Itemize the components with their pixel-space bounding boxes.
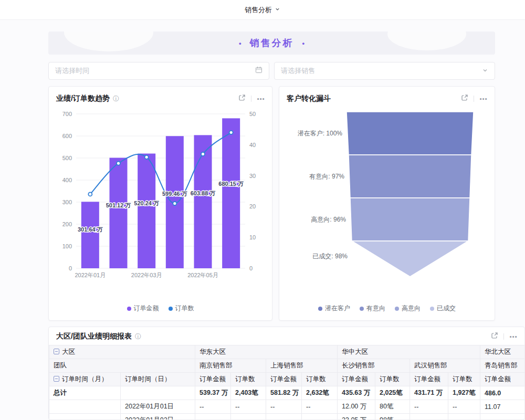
line-point[interactable]	[145, 155, 149, 159]
more-icon[interactable]: ⋯	[257, 95, 265, 103]
legend-item[interactable]: 有意向	[360, 304, 385, 313]
table-cell: 1,927笔	[448, 386, 480, 400]
table-cell: --	[231, 414, 266, 420]
svg-text:已成交: 98%: 已成交: 98%	[312, 253, 348, 260]
funnel-segment[interactable]	[352, 241, 468, 277]
table-header-cell: 订单金额	[266, 373, 302, 386]
divider	[474, 96, 474, 102]
table-cell: --	[302, 414, 338, 420]
table-header-cell: 团队	[49, 359, 195, 373]
svg-text:520.24 万: 520.24 万	[134, 200, 159, 206]
table-cell: --	[410, 414, 448, 420]
table-cell: --	[448, 400, 480, 414]
export-icon[interactable]	[461, 94, 468, 103]
time-filter-select[interactable]: 请选择时间	[48, 62, 269, 80]
trend-chart-svg[interactable]: 0100200300400500600700010203040502022年01…	[56, 107, 266, 291]
collapse-icon[interactable]	[54, 349, 59, 354]
table-row: 2022年01月02日--------23.05 万98笔----	[49, 414, 525, 420]
table-cell: 581.82 万	[266, 386, 302, 400]
sales-filter-placeholder: 请选择销售	[281, 66, 315, 76]
trend-card-title: 业绩/订单数趋势	[56, 94, 110, 103]
funnel-segment[interactable]	[350, 198, 470, 241]
banner-title: 销售分析	[250, 37, 294, 49]
table-cell: --	[195, 400, 231, 414]
svg-text:100: 100	[62, 243, 72, 249]
table-cell: 2,632笔	[302, 386, 338, 400]
table-header-cell: 华东大区	[195, 345, 338, 359]
order-amount-bar[interactable]	[110, 158, 128, 268]
table-header-cell: 订单金额	[480, 373, 525, 386]
dashboard-page: • 销售分析 • 请选择时间 请选择销售 业绩/订	[0, 20, 525, 420]
legend-item[interactable]: 订单金额	[127, 304, 159, 313]
order-amount-bar[interactable]	[81, 202, 99, 268]
table-cell: 98笔	[375, 414, 410, 420]
page-title[interactable]: 销售分析	[245, 5, 272, 15]
topbar: 销售分析	[0, 0, 525, 20]
banner-dot: •	[302, 39, 305, 47]
table-header-cell: 武汉销售部	[410, 359, 480, 373]
sales-filter-select[interactable]: 请选择销售	[274, 62, 495, 80]
funnel-segment[interactable]	[346, 112, 474, 155]
table-cell: 486.0	[480, 386, 525, 400]
legend-dot	[127, 307, 131, 311]
table-cell	[121, 386, 195, 400]
table-cell: 80笔	[375, 400, 410, 414]
more-icon[interactable]: ⋯	[509, 333, 517, 341]
table-header-cell: 订单时间（月）	[49, 373, 121, 386]
funnel-card: 客户转化漏斗 ⋯ 潜在客户: 100%有意向: 97%高意向: 96%已成交: …	[279, 86, 495, 321]
more-icon[interactable]: ⋯	[479, 95, 487, 103]
svg-text:501.12 万: 501.12 万	[106, 202, 131, 208]
svg-text:潜在客户: 100%: 潜在客户: 100%	[298, 130, 343, 137]
legend-item[interactable]: 已成交	[430, 304, 456, 313]
report-card: 大区/团队业绩明细报表 ⓘ ⋯ 大区华东大区华中大区华北大区团队南京销售部上海销…	[48, 327, 525, 420]
order-amount-bar[interactable]	[222, 118, 240, 268]
table-cell: --	[410, 400, 448, 414]
svg-text:0: 0	[249, 265, 253, 271]
table-cell: 12.00 万	[338, 400, 375, 414]
svg-text:30: 30	[249, 173, 256, 179]
svg-text:50: 50	[249, 111, 256, 117]
svg-text:600: 600	[62, 133, 72, 139]
export-icon[interactable]	[238, 94, 246, 103]
table-header-cell: 上海销售部	[266, 359, 338, 373]
table-header-cell: 订单金额	[410, 373, 448, 386]
table-cell: --	[195, 414, 231, 420]
funnel-segment[interactable]	[349, 155, 471, 198]
chevron-down-icon	[482, 66, 488, 76]
table-cell: 539.37 万	[195, 386, 231, 400]
report-card-title: 大区/团队业绩明细报表	[56, 332, 132, 341]
svg-text:0: 0	[69, 265, 72, 271]
line-point[interactable]	[88, 192, 92, 196]
legend-item[interactable]: 高意向	[395, 304, 421, 313]
legend-item[interactable]: 潜在客户	[318, 304, 350, 313]
svg-text:300: 300	[62, 199, 72, 205]
legend-dot	[395, 307, 399, 311]
legend-item[interactable]: 订单数	[169, 304, 194, 313]
table-cell: 23.05 万	[338, 414, 375, 420]
info-icon[interactable]: ⓘ	[113, 94, 119, 103]
table-row: 2022年01月01日--------12.00 万80笔----11.07	[49, 400, 525, 414]
legend-label: 潜在客户	[325, 304, 350, 313]
order-amount-bar[interactable]	[138, 153, 155, 268]
line-point[interactable]	[229, 131, 233, 134]
table-header-cell: 订单数	[375, 373, 410, 386]
legend-label: 有意向	[366, 304, 385, 313]
line-point[interactable]	[173, 202, 176, 205]
legend-dot	[169, 307, 173, 311]
chevron-down-icon[interactable]	[275, 6, 280, 14]
legend-label: 订单金额	[134, 304, 159, 313]
table-cell: 2,025笔	[375, 386, 410, 400]
legend-label: 订单数	[175, 304, 194, 313]
info-icon[interactable]: ⓘ	[135, 332, 141, 341]
svg-text:40: 40	[249, 142, 256, 148]
svg-text:20: 20	[249, 203, 256, 209]
legend-dot	[360, 307, 364, 311]
table-row: 总计539.37 万2,403笔581.82 万2,632笔435.63 万2,…	[49, 386, 525, 400]
funnel-chart-svg[interactable]: 潜在客户: 100%有意向: 97%高意向: 96%已成交: 98%	[287, 107, 488, 282]
collapse-icon[interactable]	[54, 376, 59, 382]
legend-label: 高意向	[402, 304, 421, 313]
svg-text:301.64 万: 301.64 万	[78, 226, 103, 233]
export-icon[interactable]	[491, 332, 498, 341]
line-point[interactable]	[201, 152, 205, 156]
line-point[interactable]	[117, 162, 120, 165]
